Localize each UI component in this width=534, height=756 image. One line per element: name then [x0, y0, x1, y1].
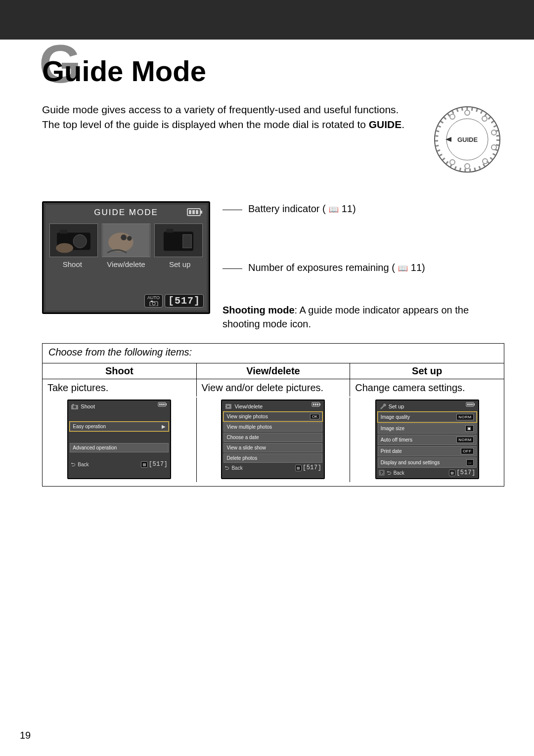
svg-rect-43 [319, 403, 320, 405]
svg-rect-44 [313, 403, 314, 405]
battery-icon [187, 208, 204, 217]
sub-screen-setup: Set up Image qualityNORM Image size▣ Aut… [375, 400, 479, 479]
svg-point-7 [491, 145, 496, 150]
svg-rect-38 [159, 403, 161, 405]
back-label: Back [231, 465, 242, 471]
choose-items-line: Choose from the following items: [43, 344, 504, 363]
col-desc-shoot: Take pictures. [43, 379, 197, 397]
svg-point-34 [73, 405, 76, 408]
svg-rect-14 [189, 210, 191, 214]
back-icon: ⮌ [387, 470, 392, 476]
back-icon: ⮌ [224, 465, 229, 471]
svg-point-31 [152, 302, 155, 305]
svg-point-6 [491, 130, 496, 135]
intro-text-1: Guide mode gives access to a variety of … [42, 104, 399, 130]
setup-screen-title: Set up [389, 403, 404, 409]
svg-point-4 [465, 110, 470, 115]
svg-rect-49 [467, 403, 469, 405]
svg-point-19 [73, 234, 87, 248]
svg-point-24 [121, 234, 127, 240]
setup-item-quality: Image qualityNORM [378, 412, 477, 422]
wrench-icon [379, 403, 387, 410]
help-icon: ? [379, 470, 385, 476]
battery-icon [312, 402, 321, 407]
sub-screen-shoot: Shoot Easy operation▶ Advanced operation… [67, 400, 171, 479]
page-ref-icon: 📖 [329, 205, 339, 214]
exposures-annotation: Number of exposures remaining (📖 11) [222, 262, 504, 273]
svg-rect-15 [192, 210, 195, 214]
col-header-setup: Set up [350, 363, 504, 379]
intro-bold-guide: GUIDE [369, 119, 402, 130]
lcd-tab-setup: Set up [153, 260, 207, 268]
lcd-screenshot: GUIDE MODE [42, 201, 210, 314]
page-number: 19 [20, 730, 31, 741]
camera-icon [71, 403, 79, 410]
col-header-shoot: Shoot [43, 363, 197, 379]
shoot-thumbnail [49, 223, 98, 257]
svg-rect-37 [166, 403, 167, 405]
sd-icon: ▤ [295, 465, 302, 471]
chevron-right-icon: ▶ [162, 424, 166, 429]
svg-rect-48 [474, 403, 475, 405]
svg-point-25 [127, 236, 132, 241]
svg-rect-28 [183, 234, 191, 248]
col-header-viewdelete: View/delete [197, 363, 351, 379]
svg-rect-35 [72, 404, 74, 405]
svg-rect-39 [161, 403, 163, 405]
svg-rect-16 [196, 210, 198, 214]
back-label: Back [394, 470, 404, 476]
intro-text-2: . [401, 119, 404, 130]
view-item-multiple: View multiple photos [223, 422, 322, 432]
items-table: Choose from the following items: Shoot V… [42, 343, 504, 487]
page-ref-icon: 📖 [398, 264, 408, 273]
lcd-tab-shoot: Shoot [45, 260, 99, 268]
setup-item-printdate: Print dateOFF [378, 446, 477, 456]
shoot-screen-title: Shoot [81, 403, 95, 409]
svg-rect-45 [315, 403, 316, 405]
svg-rect-46 [317, 403, 318, 405]
sd-icon: ▤ [141, 461, 147, 468]
ok-badge: OK [310, 414, 320, 419]
back-label: Back [78, 462, 89, 467]
shooting-mode-annotation: Shooting mode: A guide mode indicator ap… [222, 303, 504, 331]
view-item-delete: Delete photos [223, 453, 322, 463]
lcd-tab-viewdelete: View/delete [99, 260, 153, 268]
svg-rect-50 [469, 403, 471, 405]
setup-item-size: Image size▣ [378, 423, 477, 434]
svg-rect-29 [167, 229, 174, 233]
view-item-slideshow: View a slide show [223, 443, 322, 452]
intro-paragraph: Guide mode gives access to a variety of … [42, 102, 415, 177]
shoot-item-advanced: Advanced operation [70, 443, 169, 452]
back-icon: ⮌ [71, 462, 76, 467]
mode-dial-icon: GUIDE [433, 105, 502, 174]
lcd-tab-labels: Shoot View/delete Set up [45, 259, 207, 274]
svg-point-10 [450, 160, 455, 165]
sub-screen-viewdelete: View/delete View single photosOK View mu… [221, 400, 325, 479]
mode-dial-illustration: GUIDE [430, 102, 504, 177]
svg-rect-51 [471, 403, 473, 405]
page-title-block: G Guide Mode [42, 54, 504, 88]
shoot-item-easy: Easy operation▶ [70, 422, 169, 431]
playback-icon [224, 403, 232, 410]
col-desc-setup: Change camera settings. [350, 379, 504, 397]
battery-icon [158, 402, 168, 407]
shooting-mode-icon: AUTO [144, 294, 163, 308]
svg-text:GUIDE: GUIDE [457, 136, 478, 143]
page-title: Guide Mode [42, 54, 504, 88]
svg-point-5 [482, 116, 487, 121]
svg-point-23 [108, 232, 133, 252]
battery-icon [466, 402, 476, 407]
viewdelete-screen-title: View/delete [234, 403, 263, 409]
viewdelete-thumbnail [102, 223, 150, 257]
svg-rect-20 [60, 230, 68, 234]
view-item-date: Choose a date [223, 433, 322, 442]
setup-item-display-sound: Display and sound settings-- [378, 457, 477, 468]
exposures-counter: [517] [165, 294, 204, 308]
lcd-title: GUIDE MODE [94, 208, 158, 218]
battery-annotation: Battery indicator (📖 11) [222, 203, 504, 215]
svg-rect-40 [163, 403, 165, 405]
setup-item-autooff: Auto off timersNORM [378, 435, 477, 445]
svg-rect-32 [151, 301, 153, 302]
size-large-icon: ▣ [465, 425, 474, 432]
setup-thumbnail [154, 223, 203, 257]
